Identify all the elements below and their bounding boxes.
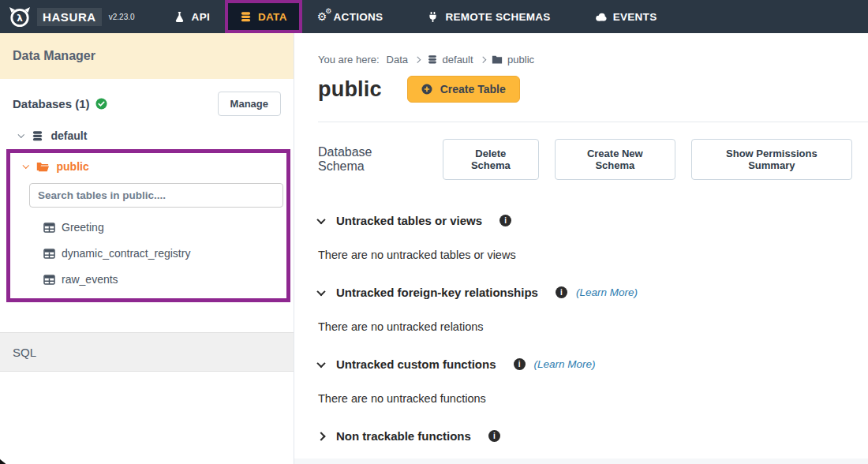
- database-name: default: [51, 129, 88, 142]
- check-circle-icon: [95, 98, 107, 110]
- info-icon[interactable]: [556, 286, 567, 298]
- create-table-button[interactable]: Create Table: [407, 76, 520, 103]
- sql-label: SQL: [13, 346, 36, 359]
- manage-button[interactable]: Manage: [218, 92, 281, 116]
- nav-item-events[interactable]: EVENTS: [580, 0, 672, 33]
- hasura-brand[interactable]: λ HASURA v2.23.0: [0, 6, 135, 28]
- annotation-box-schema: public Greeting dynamic_contract_registr…: [6, 149, 290, 302]
- breadcrumb-prefix: You are here:: [318, 54, 380, 65]
- tree-item-default-database[interactable]: default: [19, 129, 294, 142]
- section-untracked-foreign-keys[interactable]: Untracked foreign-key relationships (Lea…: [318, 286, 868, 299]
- mouse-cursor: [0, 456, 9, 464]
- flask-icon: [174, 11, 185, 23]
- breadcrumb-data[interactable]: Data: [387, 54, 408, 65]
- empty-state-text: There are no untracked functions: [318, 392, 868, 405]
- breadcrumb-public[interactable]: public: [492, 54, 534, 65]
- data-manager-title: Data Manager: [13, 49, 95, 63]
- chevron-down-icon[interactable]: [316, 358, 325, 367]
- chevron-right-icon: [479, 57, 485, 63]
- databases-title: Databases (1): [13, 97, 107, 110]
- tree-item-public-schema[interactable]: public: [24, 160, 286, 173]
- svg-text:λ: λ: [17, 13, 23, 24]
- main-content: You are here: Data default public: [294, 33, 868, 464]
- section-title: Untracked foreign-key relationships: [336, 286, 538, 299]
- table-icon: [43, 249, 55, 259]
- top-navbar: λ HASURA v2.23.0 API DATA ⚙⚙ ACTIONS: [0, 0, 868, 33]
- hasura-wordmark: HASURA: [37, 8, 102, 26]
- bottom-strip: [294, 458, 868, 464]
- create-table-label: Create Table: [440, 83, 506, 95]
- section-non-trackable-functions[interactable]: Non trackable functions: [318, 429, 868, 443]
- info-icon[interactable]: [488, 430, 500, 442]
- info-icon[interactable]: [514, 358, 526, 370]
- table-item-greeting[interactable]: Greeting: [43, 221, 286, 234]
- databases-row: Databases (1) Manage: [13, 92, 281, 116]
- section-untracked-custom-functions[interactable]: Untracked custom functions (Learn More): [318, 357, 868, 371]
- section-title: Untracked tables or views: [336, 214, 482, 227]
- breadcrumb-default[interactable]: default: [427, 54, 473, 65]
- chevron-down-icon[interactable]: [316, 215, 325, 223]
- create-new-schema-button[interactable]: Create New Schema: [555, 139, 675, 180]
- database-icon: [32, 130, 43, 142]
- version-label: v2.23.0: [109, 13, 135, 21]
- title-row: public Create Table: [318, 76, 868, 103]
- learn-more-link[interactable]: (Learn More): [576, 286, 638, 298]
- table-name: dynamic_contract_registry: [62, 247, 190, 260]
- section-title: Untracked custom functions: [336, 357, 496, 371]
- table-icon: [43, 275, 55, 285]
- chevron-down-icon[interactable]: [23, 163, 29, 169]
- sidebar-item-sql[interactable]: SQL: [0, 332, 294, 372]
- cloud-icon: [595, 11, 607, 23]
- nav-item-label: EVENTS: [613, 11, 657, 23]
- database-icon: [427, 54, 438, 65]
- data-sidebar: Data Manager Databases (1) Manage defaul…: [0, 33, 294, 464]
- empty-state-text: There are no untracked relations: [318, 320, 868, 333]
- search-tables-input[interactable]: [29, 183, 283, 208]
- nav-item-data[interactable]: DATA: [225, 0, 302, 33]
- chevron-right-icon[interactable]: [316, 432, 325, 440]
- gears-icon: ⚙⚙: [317, 11, 327, 23]
- chevron-down-icon[interactable]: [18, 132, 24, 138]
- nav-menu: API DATA ⚙⚙ ACTIONS REMOTE SCHEMAS: [159, 0, 672, 33]
- table-name: raw_events: [62, 273, 118, 286]
- plug-icon: [427, 11, 439, 23]
- folder-open-icon: [36, 162, 49, 172]
- nav-item-actions[interactable]: ⚙⚙ ACTIONS: [302, 0, 398, 33]
- plus-circle-icon: [421, 84, 432, 95]
- database-schema-row: Database Schema Delete Schema Create New…: [318, 139, 868, 180]
- breadcrumb-label: public: [507, 54, 534, 65]
- nav-item-remote-schemas[interactable]: REMOTE SCHEMAS: [412, 0, 565, 33]
- data-manager-header[interactable]: Data Manager: [0, 33, 294, 79]
- database-schema-label: Database Schema: [318, 145, 417, 174]
- delete-schema-button[interactable]: Delete Schema: [443, 139, 539, 180]
- folder-icon: [492, 54, 503, 65]
- nav-item-label: DATA: [258, 11, 287, 23]
- schema-name: public: [57, 160, 89, 173]
- chevron-down-icon[interactable]: [316, 286, 325, 295]
- learn-more-link[interactable]: (Learn More): [534, 358, 596, 370]
- breadcrumb-label: Data: [387, 54, 408, 65]
- table-item-dynamic-contract-registry[interactable]: dynamic_contract_registry: [43, 247, 286, 260]
- show-permissions-summary-button[interactable]: Show Permissions Summary: [691, 139, 852, 180]
- hasura-logo-icon: λ: [6, 6, 33, 28]
- page-title: public: [318, 77, 382, 102]
- table-item-raw-events[interactable]: raw_events: [43, 273, 286, 286]
- section-divider: [318, 122, 868, 122]
- empty-state-text: There are no untracked tables or views: [318, 249, 868, 261]
- table-name: Greeting: [62, 221, 104, 234]
- databases-label: Databases (1): [13, 97, 90, 110]
- info-icon[interactable]: [499, 215, 511, 226]
- nav-item-label: REMOTE SCHEMAS: [445, 11, 550, 23]
- breadcrumb: You are here: Data default public: [318, 54, 868, 65]
- database-icon: [240, 11, 252, 23]
- nav-item-label: API: [192, 11, 210, 23]
- nav-item-api[interactable]: API: [159, 0, 225, 33]
- nav-item-label: ACTIONS: [334, 11, 383, 23]
- section-title: Non trackable functions: [336, 429, 471, 443]
- chevron-right-icon: [414, 57, 421, 63]
- breadcrumb-label: default: [443, 54, 473, 65]
- table-icon: [43, 223, 55, 233]
- section-untracked-tables[interactable]: Untracked tables or views: [318, 214, 868, 227]
